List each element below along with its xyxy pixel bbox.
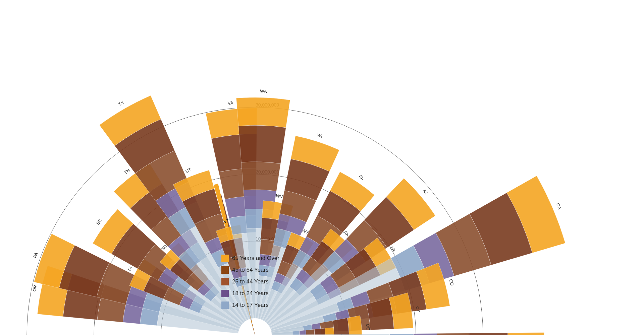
- state-label-OR: OR: [32, 284, 38, 292]
- state-label-WA: WA: [260, 88, 267, 94]
- state-label-AR: AR: [389, 245, 396, 253]
- state-label-VA: VA: [227, 100, 233, 106]
- state-label-AL: AL: [358, 174, 365, 181]
- state-label-AZ: AZ: [422, 188, 429, 196]
- state-label-WI: WI: [317, 132, 323, 139]
- state-label-TN: TN: [123, 168, 131, 175]
- legend-swatch-45-64: [221, 266, 229, 274]
- generated-state-bars: ORPARISCSDTNTXUTVTVAWAWVWIWYALAKAZARCACO…: [32, 88, 566, 335]
- legend-label-14-17: 14 to 17 Years: [232, 302, 269, 308]
- state-label-CO: CO: [448, 279, 455, 286]
- state-label-RI: RI: [127, 266, 133, 272]
- legend-label-65plus: 65 Years and Over: [232, 255, 279, 261]
- legend-swatch-25-44: [221, 278, 229, 285]
- legend-swatch-65plus: [221, 255, 229, 262]
- legend-swatch-14-17: [221, 302, 229, 309]
- radial-bar-chart: 10,000,000 20,000,000 30,000,000: [0, 0, 644, 335]
- legend-label-18-24: 18 to 24 Years: [232, 290, 269, 296]
- chart-container: 10,000,000 20,000,000 30,000,000: [0, 0, 644, 335]
- state-label-PA: PA: [32, 252, 39, 259]
- state-label-DE: DE: [365, 324, 371, 330]
- legend-swatch-18-24: [221, 290, 229, 297]
- state-label-CA: CA: [555, 202, 562, 210]
- state-label-SC: SC: [95, 218, 103, 226]
- legend-label-45-64: 45 to 64 Years: [232, 267, 269, 273]
- state-label-CT: CT: [415, 306, 421, 313]
- state-label-WV: WV: [275, 193, 283, 199]
- state-label-UT: UT: [185, 167, 192, 174]
- legend-label-25-44: 25 to 44 Years: [232, 278, 269, 285]
- state-label-TX: TX: [117, 100, 125, 107]
